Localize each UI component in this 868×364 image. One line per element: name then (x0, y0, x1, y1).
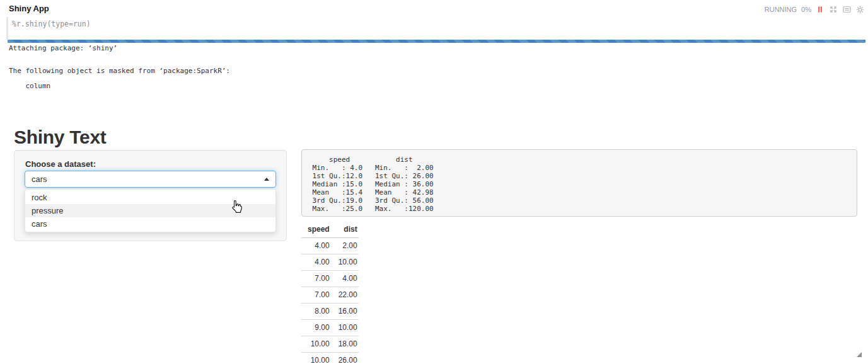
code-cell-content[interactable]: %r.shiny(type=run) (8, 17, 865, 28)
dataset-select[interactable]: cars (25, 171, 276, 188)
status-area: RUNNING 0% (765, 5, 864, 14)
table-header-row: speed dist (301, 222, 359, 238)
dropdown-option-rock[interactable]: rock (25, 191, 275, 204)
selected-value: cars (32, 174, 47, 184)
table-row: 7.00 4.00 (301, 271, 359, 287)
running-progress-bar (8, 40, 865, 43)
cell-speed: 10.00 (301, 353, 331, 364)
progress-percent: 0% (801, 6, 811, 13)
code-cell[interactable]: %r.shiny(type=run) (6, 17, 865, 40)
app-title: Shiny Text (14, 127, 106, 148)
dataset-label: Choose a dataset: (25, 159, 96, 169)
fullscreen-icon[interactable] (829, 5, 838, 14)
cell-speed: 8.00 (301, 304, 331, 320)
cell-dist: 16.00 (331, 304, 359, 320)
summary-output: speed dist Min. : 4.0 Min. : 2.00 1st Qu… (301, 149, 857, 217)
cell-speed: 4.00 (301, 254, 331, 271)
caret-up-icon (264, 178, 269, 181)
cell-dist: 10.00 (331, 320, 359, 336)
cell-dist: 22.00 (331, 287, 359, 304)
cell-dist: 18.00 (331, 336, 359, 353)
pause-icon[interactable] (816, 5, 825, 14)
cell-speed: 10.00 (301, 336, 331, 353)
resize-handle[interactable] (856, 349, 862, 360)
cell-dist: 26.00 (331, 353, 359, 364)
cell-speed: 7.00 (301, 271, 331, 287)
cell-dist: 10.00 (331, 254, 359, 271)
table-row: 10.00 26.00 (301, 353, 359, 364)
column-header-speed: speed (301, 222, 331, 238)
column-header-dist: dist (331, 222, 359, 238)
table-row: 8.00 16.00 (301, 304, 359, 320)
cell-dist: 4.00 (331, 271, 359, 287)
page-title: Shiny App (9, 4, 49, 13)
status-text: RUNNING (765, 6, 797, 13)
cell-speed: 7.00 (301, 287, 331, 304)
gear-icon[interactable] (855, 5, 864, 14)
table-row: 4.00 2.00 (301, 238, 359, 254)
cell-speed: 9.00 (301, 320, 331, 336)
dropdown-option-cars[interactable]: cars (25, 217, 275, 230)
table-row: 4.00 10.00 (301, 254, 359, 271)
table-row: 9.00 10.00 (301, 320, 359, 336)
dropdown-option-pressure[interactable]: pressure (25, 204, 275, 217)
dataset-table: speed dist 4.00 2.00 4.00 10.00 7.00 4.0… (301, 222, 359, 364)
table-row: 10.00 18.00 (301, 336, 359, 353)
cell-dist: 2.00 (331, 238, 359, 254)
console-output: Attaching package: ‘shiny’ The following… (9, 45, 230, 90)
cell-speed: 4.00 (301, 238, 331, 254)
table-row: 7.00 22.00 (301, 287, 359, 304)
dataset-dropdown: rock pressure cars (25, 189, 276, 232)
display-icon[interactable] (842, 5, 851, 14)
